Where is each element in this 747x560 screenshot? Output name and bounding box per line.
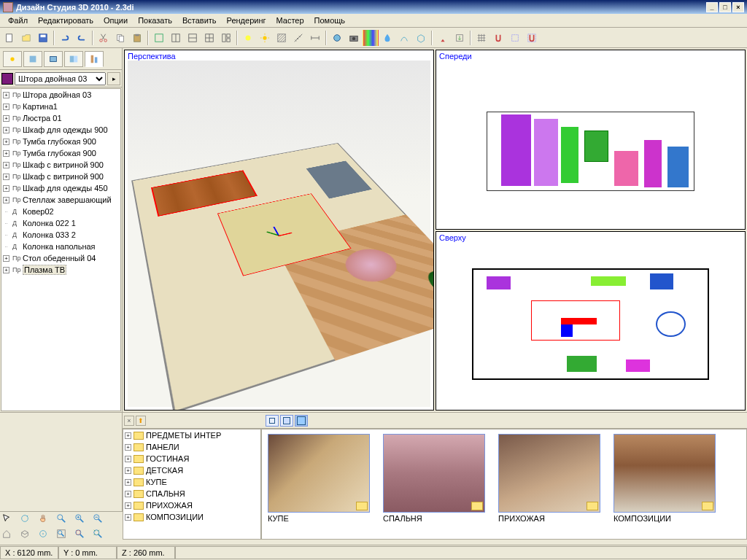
expand-icon[interactable]: + <box>125 444 131 451</box>
tool-view1[interactable] <box>151 30 167 46</box>
tool-open[interactable] <box>18 30 34 46</box>
nav-zoomwin[interactable] <box>74 529 92 543</box>
tool-sun[interactable] <box>257 30 273 46</box>
nav-select[interactable] <box>1 513 19 528</box>
menu-insert[interactable]: Вставить <box>177 15 222 26</box>
tool-redo[interactable] <box>74 30 90 46</box>
tree-item[interactable]: +ПрШкаф для одежды 450 <box>1 182 120 194</box>
viewport-top[interactable]: Сверху <box>436 231 746 411</box>
expand-icon[interactable]: + <box>3 197 9 203</box>
menu-help[interactable]: Помощь <box>309 15 351 26</box>
tree-item[interactable]: ··ДКовер02 <box>1 206 120 217</box>
nav-rotate[interactable] <box>20 513 37 528</box>
maximize-button[interactable]: □ <box>719 2 731 12</box>
menu-options[interactable]: Опции <box>98 15 133 26</box>
dropdown-go-button[interactable]: ▸ <box>107 72 120 85</box>
menu-render[interactable]: Рендеринг <box>222 15 271 26</box>
nav-target[interactable] <box>38 529 55 543</box>
library-up-button[interactable]: ⬆ <box>136 416 146 426</box>
library-thumbnail[interactable]: КУПЕ <box>268 434 370 534</box>
expand-icon[interactable]: + <box>3 174 9 180</box>
category-item[interactable]: +КОМПОЗИЦИИ <box>123 511 260 523</box>
expand-icon[interactable]: + <box>125 456 131 462</box>
menu-file[interactable]: Файл <box>3 15 33 26</box>
viewmode-small-button[interactable] <box>266 415 279 427</box>
tool-save[interactable] <box>35 30 51 46</box>
category-item[interactable]: +ДЕТСКАЯ <box>123 464 260 476</box>
category-item[interactable]: +СПАЛЬНЯ <box>123 488 260 499</box>
tree-item[interactable]: +ПрШкаф для одежды 900 <box>1 124 120 136</box>
tool-light[interactable] <box>240 30 256 46</box>
tree-item[interactable]: ··ДКолонка напольная <box>1 241 120 252</box>
tool-measure[interactable] <box>290 30 306 46</box>
nav-zoomall[interactable] <box>93 529 110 543</box>
tool-cut[interactable] <box>96 30 112 46</box>
library-thumbnail[interactable]: КОМПОЗИЦИИ <box>614 434 716 534</box>
nav-home[interactable] <box>1 529 19 543</box>
menu-show[interactable]: Показать <box>133 15 177 26</box>
expand-icon[interactable]: + <box>125 514 131 521</box>
tree-item[interactable]: +ПрКартина1 <box>1 101 120 112</box>
nav-zoomout[interactable] <box>93 513 110 528</box>
tool-copy[interactable] <box>112 30 128 46</box>
tree-item[interactable]: ··ДКолонка 022 1 <box>1 217 120 229</box>
tree-item[interactable]: +ПрСтол обеденный 04 <box>1 252 120 264</box>
viewport-front[interactable]: Спереди <box>436 50 746 230</box>
tool-hatch[interactable] <box>274 30 290 46</box>
tree-item[interactable]: ··ДКолонка 033 2 <box>1 229 120 241</box>
tool-new[interactable] <box>1 30 18 46</box>
object-tree[interactable]: +ПрШтора двойная 03+ПрКартина1+ПрЛюстра … <box>1 88 121 411</box>
expand-icon[interactable]: + <box>125 479 131 486</box>
tool-drop[interactable] <box>379 30 395 46</box>
object-dropdown[interactable]: Штора двойная 03 <box>15 72 106 85</box>
tool-view3[interactable] <box>185 30 201 46</box>
tool-snap3[interactable] <box>524 30 540 46</box>
tool-color[interactable] <box>363 30 379 46</box>
tree-item[interactable]: +ПрШкаф с витриной 900 <box>1 171 120 182</box>
nav-fit[interactable] <box>56 529 74 543</box>
library-thumbnails[interactable]: КУПЕСПАЛЬНЯПРИХОЖАЯКОМПОЗИЦИИ <box>261 429 747 540</box>
expand-icon[interactable]: + <box>3 162 9 168</box>
tree-item[interactable]: +ПрЛюстра 01 <box>1 112 120 124</box>
tool-snap2[interactable] <box>507 30 523 46</box>
expand-icon[interactable]: + <box>3 185 9 192</box>
expand-icon[interactable]: + <box>3 255 9 262</box>
tool-view2[interactable] <box>168 30 184 46</box>
tool-viewsplit[interactable] <box>218 30 234 46</box>
tool-camera[interactable] <box>346 30 362 46</box>
expand-icon[interactable]: + <box>3 150 9 157</box>
category-item[interactable]: +ГОСТИНАЯ <box>123 453 260 464</box>
viewport-perspective[interactable]: Перспектива <box>124 50 434 411</box>
tool-dimension[interactable] <box>307 30 323 46</box>
library-thumbnail[interactable]: СПАЛЬНЯ <box>383 434 485 534</box>
expand-icon[interactable]: + <box>125 502 131 509</box>
sidebar-tab-3[interactable] <box>44 51 63 67</box>
close-button[interactable]: × <box>732 2 744 12</box>
expand-icon[interactable]: + <box>3 127 9 133</box>
nav-zoom[interactable] <box>56 513 74 528</box>
expand-icon[interactable]: + <box>125 467 131 474</box>
nav-zoomin[interactable] <box>74 513 92 528</box>
expand-icon[interactable]: + <box>3 115 9 122</box>
category-item[interactable]: +ПАНЕЛИ <box>123 441 260 453</box>
tree-item[interactable]: +ПрСтеллаж завершающий <box>1 194 120 206</box>
tree-item[interactable]: +ПрШкаф с витриной 900 <box>1 159 120 171</box>
expand-icon[interactable]: + <box>3 104 9 110</box>
nav-iso[interactable] <box>20 529 37 543</box>
tool-pin[interactable] <box>435 30 451 46</box>
category-item[interactable]: +ПРЕДМЕТЫ ИНТЕР <box>123 429 260 441</box>
tree-item[interactable]: +ПрТумба глубокая 900 <box>1 147 120 159</box>
sidebar-tab-5[interactable] <box>85 51 104 67</box>
tree-item[interactable]: +ПрШтора двойная 03 <box>1 89 120 101</box>
sidebar-tab-4[interactable] <box>64 51 83 67</box>
category-item[interactable]: +КУПЕ <box>123 476 260 488</box>
tree-item[interactable]: +ПрТумба глубокая 900 <box>1 136 120 147</box>
tool-grid[interactable] <box>473 30 489 46</box>
menu-edit[interactable]: Редактировать <box>33 15 98 26</box>
tool-render[interactable] <box>329 30 345 46</box>
viewmode-large-button[interactable] <box>295 415 308 427</box>
expand-icon[interactable]: + <box>125 491 131 497</box>
sidebar-tab-2[interactable] <box>23 51 42 67</box>
viewmode-med-button[interactable] <box>280 415 293 427</box>
tool-export[interactable] <box>452 30 468 46</box>
